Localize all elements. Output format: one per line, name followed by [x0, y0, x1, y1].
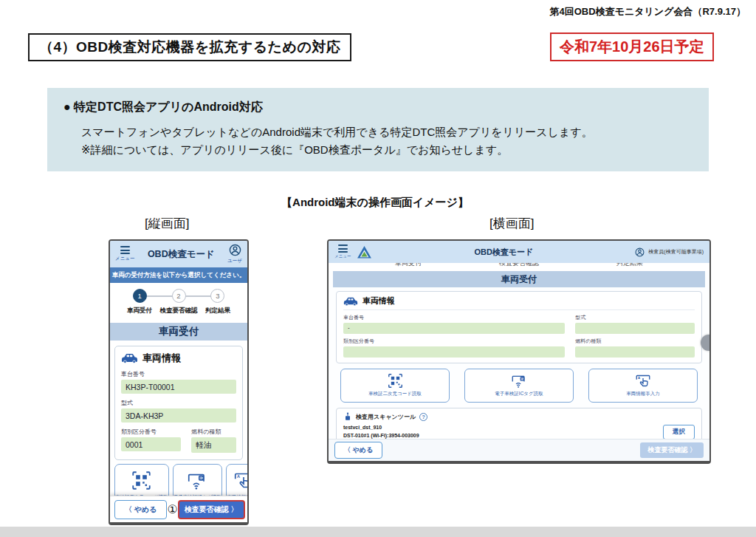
hamburger-icon — [120, 246, 130, 254]
section-header: 車両受付 — [333, 271, 705, 287]
field-label-class-number: 類別区分番号 — [121, 428, 181, 436]
qr-scan-button[interactable]: 車検証二次元コード読取 — [340, 369, 450, 403]
vehicle-info-heading-row: 車両情報 — [343, 295, 695, 310]
ic-tag-label: 電子車検証ICタグ読取 — [495, 391, 543, 397]
step-number: 1 — [133, 289, 147, 303]
qr-scan-label: 車検証二次元コード読取 — [368, 391, 422, 397]
landscape-orientation-label: [横画面] — [489, 215, 534, 232]
slide-page: 第4回OBD検査モニタリング会合（R7.9.17） （4）OBD検査対応機器を拡… — [0, 0, 756, 537]
meeting-note: 第4回OBD検査モニタリング会合（R7.9.17） — [550, 5, 746, 18]
vehicle-info-heading: 車両情報 — [142, 352, 181, 365]
announcement-body: スマートフォンやタブレットなどのAndroid端末で利用できる特定DTC照会アプ… — [47, 115, 709, 159]
vehicle-info-card: 車両情報 車台番号 KH3P-T00001 型式 3DA-KH3P 類別区分番号… — [114, 346, 243, 460]
qr-code-icon — [131, 471, 151, 490]
ic-card-icon: IC — [510, 373, 528, 389]
field-label-class-number: 類別区分番号 — [343, 338, 565, 345]
manual-input-button[interactable]: A 車両情報手入力 — [588, 369, 698, 403]
announcement-heading: ● 特定DTC照会アプリのAndroid対応 — [47, 88, 709, 115]
ic-tag-button[interactable]: IC 電子車検証ICタグ読取 — [464, 369, 574, 403]
hamburger-icon — [338, 244, 348, 253]
cancel-button[interactable]: 〈 やめる — [114, 500, 167, 519]
app-title: OBD検査モード — [134, 248, 227, 261]
field-label-model: 型式 — [575, 314, 695, 321]
screens-caption: 【Android端末の操作画面イメージ】 — [0, 196, 750, 210]
landscape-appbar: メニュー OBD検査モード 検査員(検査可能事業場) — [329, 241, 709, 263]
user-button[interactable]: 検査員(検査可能事業場) — [635, 247, 704, 257]
hand-input-icon: A — [634, 373, 652, 389]
portrait-appbar: メニュー OBD検査モード ユーザ — [110, 241, 247, 267]
vehicle-info-heading-row: 車両情報 — [121, 352, 236, 365]
field-label-vin: 車台番号 — [121, 370, 236, 378]
section-header: 車両受付 — [110, 323, 247, 341]
svg-text:IC: IC — [521, 377, 524, 380]
announcement-line1: スマートフォンやタブレットなどのAndroid端末で利用できる特定DTC照会アプ… — [81, 123, 709, 141]
annotation-step-number: ① — [167, 502, 177, 516]
field-model[interactable]: 3DA-KH3P — [121, 408, 236, 423]
device-name: testvci_dst_910 — [343, 424, 419, 432]
qr-code-icon — [388, 373, 403, 389]
field-label-model: 型式 — [121, 399, 236, 407]
car-icon — [343, 297, 358, 306]
scan-tool-device: testvci_dst_910 DST-010#1 (Wi-Fi):3954-0… — [343, 424, 419, 439]
next-button-disabled[interactable]: 検査要否確認 〉 — [640, 442, 704, 458]
portrait-footer: 〈 やめる ① 検査要否確認 〉 — [110, 496, 247, 522]
user-icon — [229, 244, 241, 256]
reception-method-buttons: 車検証二次元コード読取 IC 電子車検証ICタグ読取 — [340, 369, 698, 403]
svg-text:A: A — [638, 376, 641, 380]
cancel-button[interactable]: 〈 やめる — [334, 442, 382, 459]
step-number: 2 — [172, 289, 186, 303]
app-title: OBD検査モード — [378, 247, 629, 258]
stepper-clipped: 車両受付 検査要否確認 判定結果 — [329, 263, 709, 271]
scroll-indicator[interactable] — [701, 335, 711, 351]
hand-input-icon: A — [233, 471, 249, 490]
car-icon — [121, 353, 138, 363]
slide-footer-strip — [0, 527, 756, 537]
vehicle-info-card: 車両情報 車台番号 - 型式 類別区分番号 燃料の種類 — [336, 291, 702, 363]
menu-button[interactable]: メニュー — [115, 246, 134, 262]
instruction-bar: 車両の受付方法を以下から選択してください。 — [110, 267, 247, 283]
landscape-footer: 〈 やめる 検査要否確認 〉 — [329, 439, 709, 461]
step-label: 判定結果 — [616, 263, 643, 268]
field-class-number[interactable] — [343, 346, 565, 358]
field-label-fuel-type: 燃料の種類 — [575, 338, 695, 345]
announcement-panel: ● 特定DTC照会アプリのAndroid対応 スマートフォンやタブレットなどのA… — [47, 88, 709, 171]
select-button[interactable]: 選択 — [663, 425, 695, 439]
app-logo-icon — [357, 245, 372, 259]
menu-button[interactable]: メニュー — [334, 244, 351, 259]
vehicle-info-heading: 車両情報 — [362, 295, 395, 307]
field-label-vin: 車台番号 — [343, 314, 565, 321]
landscape-screenshot: メニュー OBD検査モード 検査員(検査可能事業場) — [327, 239, 711, 464]
field-model[interactable] — [575, 323, 695, 334]
menu-label: メニュー — [115, 256, 134, 262]
field-label-fuel-type: 燃料の種類 — [191, 428, 236, 436]
release-date-badge: 令和7年10月26日予定 — [550, 33, 714, 61]
scan-tool-icon — [343, 412, 352, 421]
user-button[interactable]: ユーザ — [227, 244, 242, 264]
page-title: （4）OBD検査対応機器を拡充するための対応 — [28, 33, 351, 61]
field-fuel-type[interactable] — [575, 346, 695, 358]
portrait-screenshot: メニュー OBD検査モード ユーザ 車両の受付方法を以下から選択してください。 … — [109, 239, 249, 525]
field-fuel-type[interactable]: 軽油 — [191, 437, 236, 453]
stepper: 1 車両受付 2 検査要否確認 3 判定結果 — [110, 283, 247, 321]
step-label: 判定結果 — [205, 307, 230, 315]
step-inspection-check: 2 検査要否確認 — [159, 289, 198, 321]
step-number: 3 — [210, 289, 224, 303]
step-label: 検査要否確認 — [499, 263, 539, 268]
user-label: ユーザ — [227, 258, 242, 264]
step-label: 車両受付 — [395, 263, 422, 268]
next-button[interactable]: 検査要否確認 〉 — [178, 500, 245, 519]
step-label: 検査要否確認 — [160, 307, 198, 315]
portrait-orientation-label: [縦画面] — [145, 215, 189, 232]
user-label: 検査員(検査可能事業場) — [648, 248, 704, 256]
svg-text:IC: IC — [200, 476, 204, 480]
field-vin[interactable]: KH3P-T00001 — [121, 380, 236, 394]
field-class-number[interactable]: 0001 — [121, 437, 181, 451]
user-icon — [635, 247, 645, 257]
step-label: 車両受付 — [127, 307, 152, 315]
menu-label: メニュー — [334, 254, 351, 259]
help-icon[interactable]: ? — [419, 413, 427, 421]
ic-card-icon: IC — [186, 471, 208, 490]
step-vehicle-reception: 1 車両受付 — [120, 289, 159, 321]
field-vin[interactable]: - — [343, 323, 565, 334]
announcement-line2: ※詳細については、アプリのリリース後に『OBD検査ポータル』でお知らせします。 — [81, 141, 709, 159]
